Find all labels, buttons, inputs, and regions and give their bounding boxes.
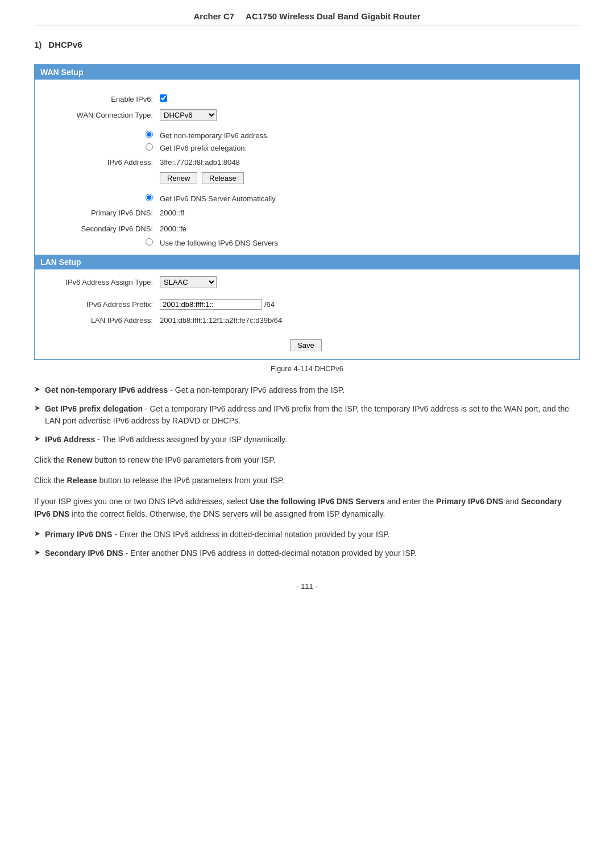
enable-ipv6-row: Enable IPv6: (35, 91, 579, 107)
bullet-item-1: ➤ Get non-temporary IPv6 address - Get a… (34, 384, 580, 396)
secondary-dns-row: Secondary IPv6 DNS: 2000::fe (35, 221, 579, 236)
assign-type-value: SLAAC (160, 276, 579, 288)
ipv6-address-row: IPv6 Address: 3ffe::7702:f8f:adb1:8048 (35, 154, 579, 170)
radio2-text: Get IPv6 prefix delegation. (160, 144, 247, 152)
paragraph-1: Click the Renew button to renew the IPv6… (34, 454, 580, 466)
wan-setup-body: Enable IPv6: WAN Connection Type: DHCPv6… (35, 80, 579, 255)
bullet-term-3: IPv6 Address (45, 435, 95, 444)
wan-setup-box: WAN Setup Enable IPv6: WAN Connection Ty… (34, 64, 580, 360)
wan-connection-type-label: WAN Connection Type: (35, 111, 160, 119)
prefix-row: IPv6 Address Prefix: /64 (35, 296, 579, 312)
bullet-content-4: Primary IPv6 DNS - Enter the DNS IPv6 ad… (45, 529, 390, 541)
bullet-content-2: Get IPv6 prefix delegation - Get a tempo… (45, 403, 580, 427)
prefix-value-container: /64 (160, 299, 579, 310)
ipv6-address-label: IPv6 Address: (35, 158, 160, 167)
radio1-input[interactable] (146, 131, 153, 138)
model-name: Archer C7 (193, 11, 234, 21)
enable-ipv6-value (160, 94, 579, 103)
save-button[interactable]: Save (290, 339, 322, 351)
bullet-term-5: Secondary IPv6 DNS (45, 549, 123, 558)
radio3-row: Get IPv6 DNS Server Automatically (35, 192, 579, 205)
lan-ipv6-label: LAN IPv6 Address: (35, 316, 160, 325)
radio1-label-col (35, 131, 160, 140)
bullet-section-2: ➤ Primary IPv6 DNS - Enter the DNS IPv6 … (34, 529, 580, 559)
radio4-row: Use the following IPv6 DNS Servers (35, 236, 579, 249)
wan-setup-header: WAN Setup (35, 65, 579, 80)
lan-ipv6-row: LAN IPv6 Address: 2001:db8:ffff:1:12f1:a… (35, 312, 579, 328)
radio2-label-col (35, 143, 160, 152)
bullet-arrow-5: ➤ (34, 548, 40, 556)
lan-setup-header: LAN Setup (35, 255, 579, 269)
product-name: AC1750 Wireless Dual Band Gigabit Router (246, 11, 420, 21)
bullet-arrow-1: ➤ (34, 385, 40, 393)
radio4-input[interactable] (146, 238, 153, 246)
bullet-item-3: ➤ IPv6 Address - The IPv6 address assign… (34, 434, 580, 446)
radio2-row: Get IPv6 prefix delegation. (35, 142, 579, 154)
bullet-term-4: Primary IPv6 DNS (45, 530, 112, 539)
primary-dns-value: 2000::ff (160, 209, 579, 217)
wan-connection-type-row: WAN Connection Type: DHCPv6 (35, 107, 579, 123)
bullet-term-2: Get IPv6 prefix delegation (45, 404, 143, 413)
bullet-def-1: - Get a non-temporary IPv6 address from … (168, 385, 345, 394)
paragraph-2: Click the Release button to release the … (34, 474, 580, 487)
bullet-content-3: IPv6 Address - The IPv6 address assigned… (45, 434, 287, 446)
ipv6-address-value: 3ffe::7702:f8f:adb1:8048 (160, 158, 579, 167)
radio3-label-col (35, 194, 160, 203)
bullet-content-1: Get non-temporary IPv6 address - Get a n… (45, 384, 345, 396)
radio3-input[interactable] (146, 194, 153, 201)
bullet-content-5: Secondary IPv6 DNS - Enter another DNS I… (45, 547, 417, 559)
enable-ipv6-checkbox[interactable] (160, 94, 167, 102)
bullet-item-2: ➤ Get IPv6 prefix delegation - Get a tem… (34, 403, 580, 427)
assign-type-select[interactable]: SLAAC (160, 276, 217, 288)
bullet-item-4: ➤ Primary IPv6 DNS - Enter the DNS IPv6 … (34, 529, 580, 541)
page-header: Archer C7 AC1750 Wireless Dual Band Giga… (34, 11, 580, 26)
radio4-label-col (35, 238, 160, 247)
bullet-arrow-3: ➤ (34, 434, 40, 443)
primary-dns-row: Primary IPv6 DNS: 2000::ff (35, 205, 579, 221)
save-row: Save (35, 334, 579, 355)
page-number: - 111 - (34, 582, 580, 591)
lan-setup-body: IPv6 Address Assign Type: SLAAC IPv6 Add… (35, 269, 579, 359)
lan-ipv6-value: 2001:db8:ffff:1:12f1:a2ff:fe7c:d39b/64 (160, 316, 579, 325)
renew-release-row: Renew Release (35, 170, 579, 186)
prefix-input[interactable] (160, 299, 262, 310)
figure-caption: Figure 4-114 DHCPv6 (34, 364, 580, 373)
assign-type-row: IPv6 Address Assign Type: SLAAC (35, 274, 579, 290)
bullet-arrow-2: ➤ (34, 404, 40, 412)
radio4-text: Use the following IPv6 DNS Servers (160, 239, 278, 247)
radio1-row: Get non-temporary IPv6 address. (35, 129, 579, 142)
radio2-input[interactable] (146, 143, 153, 151)
secondary-dns-label: Secondary IPv6 DNS: (35, 225, 160, 233)
bullet-def-3: - The IPv6 address assigned by your ISP … (95, 435, 287, 444)
renew-button[interactable]: Renew (160, 172, 197, 184)
bullet-def-5: - Enter another DNS IPv6 address in dott… (123, 549, 417, 558)
radio3-text: Get IPv6 DNS Server Automatically (160, 194, 276, 203)
wan-connection-type-value: DHCPv6 (160, 109, 579, 121)
assign-type-label: IPv6 Address Assign Type: (35, 278, 160, 286)
prefix-suffix: /64 (264, 300, 275, 309)
radio1-text: Get non-temporary IPv6 address. (160, 131, 269, 140)
section-number: 1) (34, 40, 42, 49)
bullet-section-1: ➤ Get non-temporary IPv6 address - Get a… (34, 384, 580, 446)
bullet-def-4: - Enter the DNS IPv6 address in dotted-d… (112, 530, 389, 539)
release-button[interactable]: Release (202, 172, 244, 184)
renew-release-buttons: Renew Release (160, 172, 579, 184)
secondary-dns-value: 2000::fe (160, 225, 579, 233)
bullet-arrow-4: ➤ (34, 529, 40, 538)
section-title: DHCPv6 (48, 40, 82, 49)
primary-dns-label: Primary IPv6 DNS: (35, 209, 160, 217)
paragraph-3: If your ISP gives you one or two DNS IPv… (34, 495, 580, 521)
prefix-label: IPv6 Address Prefix: (35, 300, 160, 309)
wan-connection-type-select[interactable]: DHCPv6 (160, 109, 217, 121)
bullet-item-5: ➤ Secondary IPv6 DNS - Enter another DNS… (34, 547, 580, 559)
enable-ipv6-label: Enable IPv6: (35, 95, 160, 103)
bullet-term-1: Get non-temporary IPv6 address (45, 385, 168, 394)
